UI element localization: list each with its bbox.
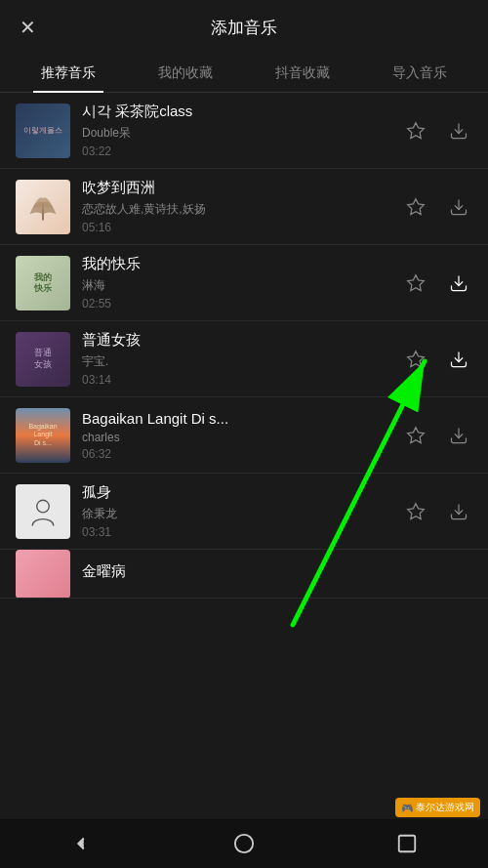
svg-marker-5 [408, 274, 425, 290]
download-button[interactable] [445, 422, 472, 449]
svg-marker-12 [408, 503, 425, 518]
song-info: 金曜病 [82, 562, 472, 585]
tabs-bar: 推荐音乐 我的收藏 抖音收藏 导入音乐 [0, 55, 488, 93]
song-thumbnail [16, 550, 70, 599]
song-duration: 06:32 [82, 447, 402, 461]
tab-douyin[interactable]: 抖音收藏 [244, 55, 361, 92]
song-artist: 淋海 [82, 277, 402, 294]
list-item: 이렇게올스 시각 采茶院class Double呆 03:22 [0, 93, 488, 169]
list-item: 吹梦到西洲 恋恋故人难,黄诗扶,妖扬 05:16 [0, 169, 488, 245]
song-actions [402, 117, 472, 145]
back-button[interactable] [61, 824, 101, 863]
list-item: 金曜病 [0, 550, 488, 599]
svg-marker-0 [408, 122, 425, 138]
song-duration: 05:16 [82, 221, 402, 234]
watermark-text: 泰尔达游戏网 [416, 801, 474, 814]
song-actions [402, 269, 472, 297]
song-title: 孤身 [82, 483, 402, 502]
svg-marker-7 [408, 351, 425, 366]
bottom-navigation [0, 819, 488, 868]
song-duration: 03:31 [82, 525, 402, 539]
song-duration: 03:14 [82, 373, 402, 387]
song-info: 시각 采茶院class Double呆 03:22 [82, 103, 402, 158]
tab-import[interactable]: 导入音乐 [361, 55, 478, 92]
download-button[interactable] [445, 498, 472, 525]
home-button[interactable] [224, 824, 264, 863]
song-thumbnail: 이렇게올스 [16, 103, 70, 158]
tab-favorites[interactable]: 我的收藏 [127, 55, 244, 92]
close-button[interactable]: ✕ [20, 16, 36, 39]
favorite-button[interactable] [402, 422, 429, 449]
song-artist: Double呆 [82, 125, 402, 142]
favorite-button[interactable] [402, 193, 429, 221]
tab-recommended[interactable]: 推荐音乐 [10, 55, 127, 92]
song-title: 普通女孩 [82, 331, 402, 350]
song-info: Bagaikan Langit Di s... charles 06:32 [82, 410, 402, 461]
song-title: 金曜病 [82, 562, 472, 581]
download-button[interactable] [445, 269, 472, 297]
song-thumbnail: 我的快乐 [16, 256, 70, 310]
song-info: 我的快乐 淋海 02:55 [82, 255, 402, 310]
song-list: 이렇게올스 시각 采茶院class Double呆 03:22 [0, 93, 488, 814]
song-info: 孤身 徐秉龙 03:31 [82, 483, 402, 539]
list-item: 孤身 徐秉龙 03:31 [0, 474, 488, 550]
song-info: 普通女孩 宇宝. 03:14 [82, 331, 402, 387]
song-title: 시각 采茶院class [82, 103, 402, 121]
recents-button[interactable] [387, 824, 427, 863]
song-title: 我的快乐 [82, 255, 402, 273]
song-thumbnail [16, 180, 70, 234]
page-title: 添加音乐 [211, 17, 277, 39]
song-actions [402, 346, 472, 373]
song-info: 吹梦到西洲 恋恋故人难,黄诗扶,妖扬 05:16 [82, 179, 402, 234]
song-artist: 宇宝. [82, 353, 402, 370]
song-thumbnail: 普通女孩 [16, 332, 70, 387]
svg-point-16 [235, 835, 253, 852]
song-title: 吹梦到西洲 [82, 179, 402, 197]
song-duration: 03:22 [82, 145, 402, 158]
svg-marker-9 [408, 427, 425, 442]
song-title: Bagaikan Langit Di s... [82, 410, 402, 427]
song-actions [402, 193, 472, 221]
header: ✕ 添加音乐 [0, 0, 488, 55]
favorite-button[interactable] [402, 269, 429, 297]
svg-marker-3 [408, 198, 425, 214]
svg-point-11 [37, 500, 50, 513]
song-thumbnail [16, 484, 70, 539]
favorite-button[interactable] [402, 498, 429, 525]
watermark: 🎮 泰尔达游戏网 [395, 798, 480, 817]
song-artist: 恋恋故人难,黄诗扶,妖扬 [82, 201, 402, 218]
watermark-icon: 🎮 [401, 803, 413, 813]
favorite-button[interactable] [402, 346, 429, 373]
song-actions [402, 498, 472, 525]
download-button[interactable] [445, 346, 472, 373]
svg-rect-17 [398, 836, 415, 852]
song-artist: charles [82, 431, 402, 444]
download-button[interactable] [445, 117, 472, 145]
favorite-button[interactable] [402, 117, 429, 145]
song-artist: 徐秉龙 [82, 506, 402, 522]
list-item: 我的快乐 我的快乐 淋海 02:55 [0, 245, 488, 321]
list-item: 普通女孩 普通女孩 宇宝. 03:14 [0, 321, 488, 397]
download-button[interactable] [445, 193, 472, 221]
song-thumbnail: BagaikanLangitDi s... [16, 408, 70, 463]
song-actions [402, 422, 472, 449]
list-item: BagaikanLangitDi s... Bagaikan Langit Di… [0, 397, 488, 474]
song-duration: 02:55 [82, 297, 402, 310]
